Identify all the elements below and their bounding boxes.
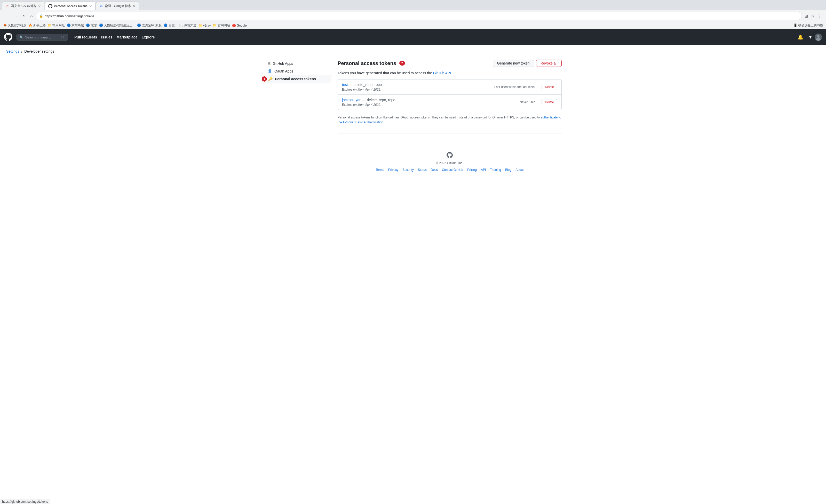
sidebar-item-github-apps[interactable]: ⊞ GitHub Apps bbox=[264, 60, 332, 67]
menu-button[interactable]: ⋮ bbox=[817, 13, 823, 20]
browser-tab-3[interactable]: G 翻译 - Google 搜索 ✕ bbox=[96, 2, 139, 10]
header-actions: Generate new token Revoke all bbox=[493, 60, 562, 67]
footer-link-training[interactable]: Training bbox=[490, 168, 501, 172]
footer-link-pricing[interactable]: Pricing bbox=[467, 168, 477, 172]
page-title: Personal access tokens bbox=[338, 60, 396, 66]
generate-new-token-button[interactable]: Generate new token bbox=[493, 60, 534, 67]
sidebar-label-github-apps: GitHub Apps bbox=[273, 61, 293, 66]
user-avatar[interactable] bbox=[815, 34, 822, 41]
delete-token-button-1[interactable]: Delete bbox=[541, 84, 557, 90]
footer-link-terms[interactable]: Terms bbox=[375, 168, 384, 172]
bookmark-button[interactable]: ☆ bbox=[810, 13, 816, 20]
token-expires-2: Expires on Mon, Apr 4 2022. bbox=[342, 103, 517, 107]
token-name-link-2[interactable]: jackson-yan bbox=[342, 98, 361, 102]
token-expires-1: Expires on Mon, Apr 4 2022. bbox=[342, 88, 491, 91]
tab1-favicon: C bbox=[5, 4, 9, 8]
extensions-button[interactable]: ⊞ bbox=[804, 13, 809, 20]
reload-button[interactable]: ↻ bbox=[21, 13, 27, 20]
tab3-close[interactable]: ✕ bbox=[133, 4, 136, 8]
sidebar: ⊞ GitHub Apps 👤 Oauth Apps 1 🔑 Personal … bbox=[264, 58, 332, 177]
content-header: Personal access tokens 2 Generate new to… bbox=[338, 60, 562, 67]
search-icon: 🔍 bbox=[19, 36, 23, 39]
address-bar[interactable]: 🔒 https://github.com/settings/tokens bbox=[36, 12, 802, 20]
sidebar-label-oauth-apps: Oauth Apps bbox=[275, 69, 293, 73]
footer-link-docs[interactable]: Docs bbox=[431, 168, 438, 172]
token-footer: Personal access tokens function like ord… bbox=[338, 115, 562, 125]
token-count-badge: 2 bbox=[399, 61, 405, 66]
footer-link-contact[interactable]: Contact GitHub bbox=[442, 168, 463, 172]
bookmark-common[interactable]: 📁 常用网址 bbox=[48, 23, 65, 27]
browser-tab-1[interactable]: C 写文章-CSDN博客 ✕ bbox=[2, 2, 44, 10]
sidebar-item-oauth-apps[interactable]: 👤 Oauth Apps bbox=[264, 67, 332, 75]
footer-link-privacy[interactable]: Privacy bbox=[388, 168, 398, 172]
person-icon: 👤 bbox=[268, 69, 272, 73]
lock-icon: 🔒 bbox=[39, 14, 43, 18]
tab2-close[interactable]: ✕ bbox=[89, 4, 92, 8]
description-text1: Tokens you have generated that can be us… bbox=[338, 71, 433, 75]
grid-icon: ⊞ bbox=[268, 61, 271, 66]
bookmark-newbie[interactable]: 🔥 新手上路 bbox=[28, 23, 46, 27]
browser-chrome: C 写文章-CSDN博客 ✕ Personal Access Tokens ✕ … bbox=[0, 0, 826, 29]
footer-copyright: © 2022 GitHub, Inc. bbox=[342, 161, 557, 165]
tab2-favicon bbox=[48, 4, 52, 8]
footer-text1: Personal access tokens function like ord… bbox=[338, 116, 540, 119]
token-scopes-2: — delete_repo, repo bbox=[362, 98, 396, 102]
token-name-link-1[interactable]: test bbox=[342, 82, 348, 87]
footer-link-about[interactable]: About bbox=[516, 168, 524, 172]
bookmark-jd1[interactable]: 🔵 京东商城 bbox=[67, 23, 84, 27]
page-footer: © 2022 GitHub, Inc. Terms Privacy Securi… bbox=[338, 142, 562, 177]
table-row: test — delete_repo, repo Expires on Mon,… bbox=[338, 79, 562, 95]
footer-link-api[interactable]: API bbox=[481, 168, 486, 172]
bookmark-mobile[interactable]: 📱 移动设备上的书签 bbox=[793, 23, 823, 27]
footer-link-blog[interactable]: Blog bbox=[505, 168, 511, 172]
nav-pull-requests[interactable]: Pull requests bbox=[74, 35, 97, 39]
nav-explore[interactable]: Explore bbox=[141, 35, 155, 39]
bookmark-google[interactable]: 🔴 Google bbox=[232, 24, 247, 27]
bookmark-tmall[interactable]: 🔵 天猫精选·理想生活上... bbox=[99, 23, 135, 27]
bookmark-v2ray[interactable]: 📁 v2ray bbox=[198, 24, 211, 27]
description-period: . bbox=[451, 71, 452, 75]
breadcrumb-settings[interactable]: Settings bbox=[6, 49, 19, 53]
content-area: Personal access tokens 2 Generate new to… bbox=[338, 58, 562, 177]
notifications-button[interactable]: 🔔 bbox=[798, 34, 803, 40]
main-container: ⊞ GitHub Apps 👤 Oauth Apps 1 🔑 Personal … bbox=[258, 58, 568, 187]
url-text: https://github.com/settings/tokens bbox=[45, 14, 799, 18]
back-button[interactable]: ← bbox=[3, 13, 10, 19]
browser-tab-2[interactable]: Personal Access Tokens ✕ bbox=[45, 2, 96, 10]
browser-toolbar: ← → ↻ ⌂ 🔒 https://github.com/settings/to… bbox=[0, 10, 826, 22]
browser-bookmarks: 🦊 火狐官方站点 🔥 新手上路 📁 常用网址 🔵 京东商城 🔵 京东 🔵 天猫精… bbox=[0, 22, 826, 29]
sidebar-item-personal-access-tokens[interactable]: 1 🔑 Personal access tokens bbox=[264, 75, 332, 83]
github-logo[interactable] bbox=[4, 33, 12, 42]
tab1-title: 写文章-CSDN博客 bbox=[11, 4, 37, 8]
browser-right-icons: ⊞ ☆ ⋮ bbox=[804, 13, 823, 20]
breadcrumb-current: Developer settings bbox=[24, 49, 54, 53]
token-list: test — delete_repo, repo Expires on Mon,… bbox=[338, 79, 562, 110]
footer-link-security[interactable]: Security bbox=[402, 168, 414, 172]
sidebar-label-personal-access-tokens: Personal access tokens bbox=[275, 77, 316, 81]
footer-links: Terms Privacy Security Status Docs Conta… bbox=[342, 168, 557, 172]
home-button[interactable]: ⌂ bbox=[28, 13, 34, 19]
search-placeholder: Search or jump to... bbox=[25, 36, 54, 39]
bookmark-taobao[interactable]: 🔵 爱淘宝PC新版 bbox=[137, 23, 162, 27]
token-status-2: Never used bbox=[520, 101, 535, 104]
bookmark-jd2[interactable]: 🔵 京东 bbox=[86, 23, 97, 27]
search-bar[interactable]: 🔍 Search or jump to... / bbox=[16, 34, 68, 41]
delete-token-button-2[interactable]: Delete bbox=[541, 99, 557, 105]
bookmark-official[interactable]: 📁 官网网站 bbox=[213, 23, 230, 27]
new-item-button[interactable]: +▾ bbox=[806, 34, 812, 40]
nav-marketplace[interactable]: Marketplace bbox=[117, 35, 137, 39]
bookmark-baidu[interactable]: 🔵 百度一下，你就知道 bbox=[164, 23, 196, 27]
github-api-link[interactable]: GitHub API bbox=[433, 71, 451, 75]
bookmark-huoli[interactable]: 🦊 火狐官方站点 bbox=[3, 23, 26, 27]
forward-button[interactable]: → bbox=[12, 13, 19, 19]
token-status-1: Last used within the last week bbox=[494, 85, 535, 89]
nav-issues[interactable]: Issues bbox=[101, 35, 113, 39]
footer-logo bbox=[447, 152, 453, 158]
tab2-title: Personal Access Tokens bbox=[54, 4, 87, 8]
footer-link-status[interactable]: Status bbox=[418, 168, 427, 172]
revoke-all-button[interactable]: Revoke all bbox=[536, 60, 562, 67]
token-info-1: test — delete_repo, repo Expires on Mon,… bbox=[342, 82, 491, 91]
new-tab-button[interactable]: + bbox=[140, 3, 146, 9]
token-name-row-2: jackson-yan — delete_repo, repo bbox=[342, 98, 517, 102]
tab1-close[interactable]: ✕ bbox=[38, 4, 41, 8]
